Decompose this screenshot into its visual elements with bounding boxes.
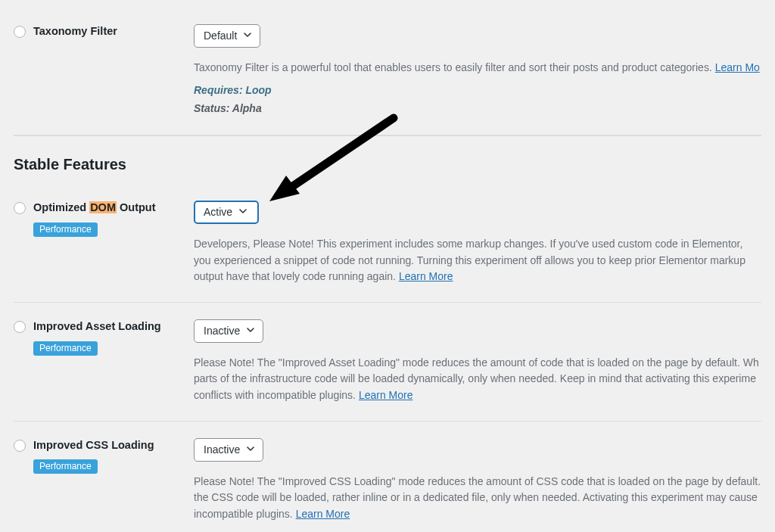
- feature-row-taxonomy-filter: Taxonomy Filter Default Taxonomy Filter …: [14, 0, 761, 135]
- feature-row-optimized-dom: Optimized DOM Output Performance Active …: [14, 184, 761, 303]
- select-css-loading[interactable]: Inactive: [194, 438, 263, 462]
- feature-desc-optimized-dom: Developers, Please Note! This experiment…: [194, 236, 761, 285]
- feature-desc-asset-loading: Please Note! The "Improved Asset Loading…: [194, 355, 761, 404]
- status-label: Status: Alpha: [194, 100, 761, 118]
- radio-asset-loading[interactable]: [14, 321, 26, 333]
- performance-badge: Performance: [33, 222, 98, 237]
- requires-label: Requires: Loop: [194, 82, 761, 100]
- feature-desc-css-loading: Please Note! The "Improved CSS Loading" …: [194, 474, 761, 523]
- select-optimized-dom[interactable]: Active: [194, 201, 259, 224]
- learn-more-link[interactable]: Learn More: [399, 270, 453, 282]
- feature-row-css-loading: Improved CSS Loading Performance Inactiv…: [14, 422, 761, 532]
- select-value: Default: [204, 30, 237, 42]
- select-value: Inactive: [204, 325, 240, 338]
- performance-badge: Performance: [33, 341, 98, 356]
- chevron-down-icon: [246, 325, 255, 338]
- radio-css-loading[interactable]: [14, 440, 26, 452]
- chevron-down-icon: [246, 443, 255, 456]
- performance-badge: Performance: [33, 459, 98, 474]
- chevron-down-icon: [238, 206, 247, 219]
- radio-taxonomy-filter[interactable]: [14, 26, 26, 38]
- chevron-down-icon: [243, 30, 252, 42]
- feature-desc-taxonomy-filter: Taxonomy Filter is a powerful tool that …: [194, 60, 761, 76]
- select-taxonomy-filter[interactable]: Default: [194, 24, 260, 48]
- select-value: Active: [204, 206, 232, 219]
- feature-label-css-loading: Improved CSS Loading: [33, 438, 194, 453]
- highlighted-text: DOM: [89, 201, 117, 213]
- section-heading-stable-features: Stable Features: [14, 135, 761, 184]
- feature-label-optimized-dom: Optimized DOM Output: [33, 201, 194, 216]
- learn-more-link[interactable]: Learn Mo: [715, 61, 760, 73]
- feature-label-taxonomy-filter: Taxonomy Filter: [33, 24, 194, 39]
- feature-label-asset-loading: Improved Asset Loading: [33, 319, 194, 334]
- feature-meta-taxonomy-filter: Requires: Loop Status: Alpha: [194, 82, 761, 118]
- feature-row-asset-loading: Improved Asset Loading Performance Inact…: [14, 303, 761, 422]
- radio-optimized-dom[interactable]: [14, 202, 26, 214]
- learn-more-link[interactable]: Learn More: [359, 389, 413, 401]
- select-value: Inactive: [204, 443, 240, 456]
- select-asset-loading[interactable]: Inactive: [194, 319, 263, 343]
- learn-more-link[interactable]: Learn More: [296, 508, 350, 520]
